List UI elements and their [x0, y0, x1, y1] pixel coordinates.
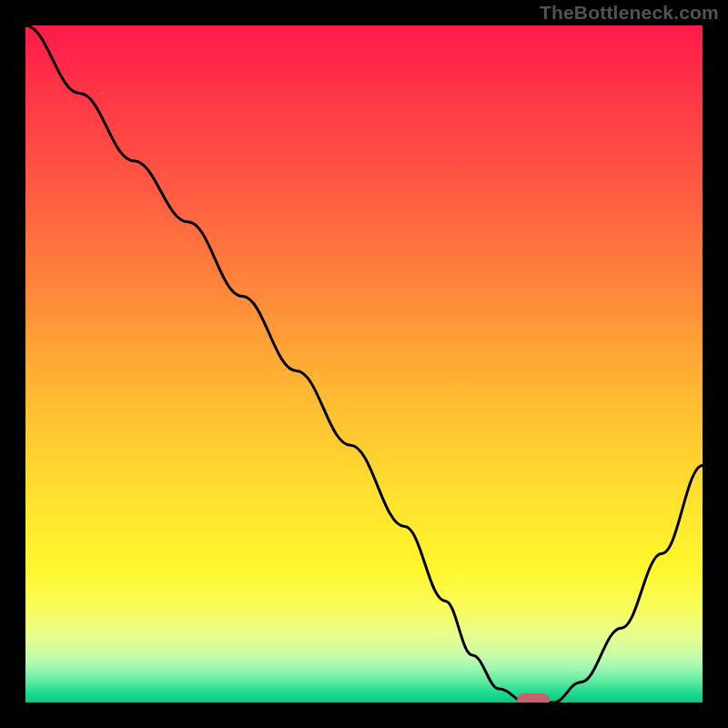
plot-area	[25, 25, 703, 703]
watermark-text: TheBottleneck.com	[540, 2, 719, 24]
chart-frame: TheBottleneck.com	[0, 0, 728, 728]
bottleneck-curve	[25, 25, 703, 703]
optimal-marker	[517, 693, 550, 703]
